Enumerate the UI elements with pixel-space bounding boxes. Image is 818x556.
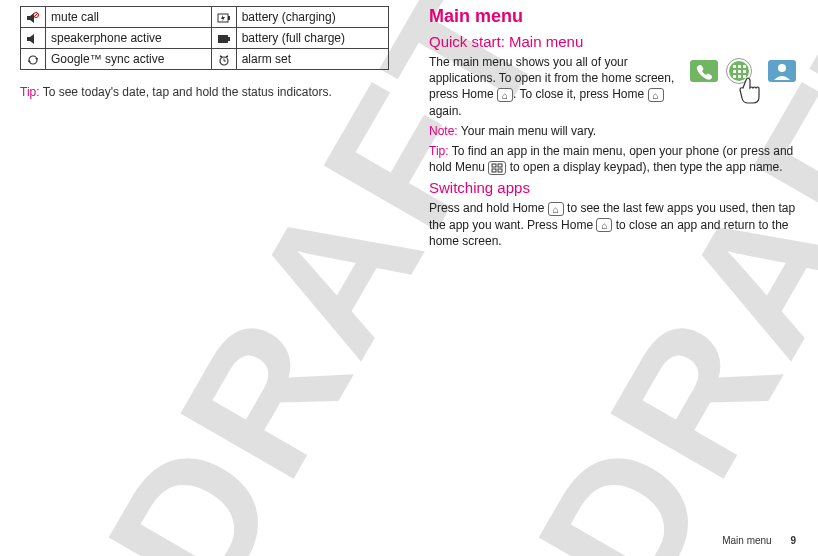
home-key-icon: ⌂ [648, 88, 664, 102]
quickstart-p1: The main menu shows you all of your appl… [429, 54, 684, 119]
sync-icon [26, 54, 40, 66]
hand-pointer-icon [736, 74, 770, 108]
cell-label: battery (full charge) [236, 28, 388, 49]
contacts-icon [768, 60, 796, 82]
cell-label: Google™ sync active [46, 49, 212, 70]
svg-rect-27 [498, 169, 502, 172]
table-row: speakerphone active battery (full charge… [21, 28, 389, 49]
cell-icon [211, 7, 236, 28]
text: to open a display keypad), then type the… [506, 160, 782, 174]
mute-call-icon [26, 12, 40, 24]
cell-icon [211, 49, 236, 70]
text: Press and hold Home [429, 201, 548, 215]
cell-icon [21, 7, 46, 28]
home-key-icon: ⌂ [548, 202, 564, 216]
page-number: 9 [790, 535, 796, 546]
cell-label: battery (charging) [236, 7, 388, 28]
switching-p: Press and hold Home ⌂ to see the last fe… [429, 200, 798, 249]
svg-marker-4 [221, 15, 225, 22]
left-column: mute call battery (charging) speakerphon… [0, 0, 409, 556]
menu-key-icon [488, 161, 506, 175]
section-heading-switching: Switching apps [429, 179, 798, 196]
right-column: Main menu Quick start: Main menu The mai… [409, 0, 818, 556]
status-icons-table: mute call battery (charging) speakerphon… [20, 6, 389, 70]
page-spread: mute call battery (charging) speakerphon… [0, 0, 818, 556]
cell-icon [21, 28, 46, 49]
tip-text: To see today's date, tap and hold the st… [40, 85, 332, 99]
footer-section: Main menu [722, 535, 771, 546]
svg-rect-16 [743, 65, 746, 68]
tip-label: Tip: [429, 144, 449, 158]
tip-paragraph: Tip: To find an app in the main menu, op… [429, 143, 798, 175]
note-label: Note: [429, 124, 458, 138]
phone-icon [690, 60, 718, 82]
text: again. [429, 104, 462, 118]
svg-rect-5 [218, 35, 228, 43]
tip-label: Tip: [20, 85, 40, 99]
page-title: Main menu [429, 6, 798, 27]
table-row: mute call battery (charging) [21, 7, 389, 28]
svg-line-1 [34, 13, 37, 16]
svg-rect-24 [492, 164, 496, 167]
cell-label: mute call [46, 7, 212, 28]
main-menu-illustration [688, 54, 798, 114]
svg-rect-15 [738, 65, 741, 68]
text: . To close it, press Home [513, 87, 648, 101]
battery-charging-icon [217, 12, 231, 24]
section-heading-quickstart: Quick start: Main menu [429, 33, 798, 50]
speakerphone-icon [26, 33, 40, 45]
svg-rect-6 [228, 37, 230, 41]
svg-rect-17 [733, 70, 736, 73]
cell-icon [211, 28, 236, 49]
svg-rect-3 [228, 16, 230, 20]
svg-rect-18 [738, 70, 741, 73]
svg-rect-26 [492, 169, 496, 172]
svg-point-23 [778, 64, 786, 72]
tip-paragraph: Tip: To see today's date, tap and hold t… [20, 84, 389, 100]
note-paragraph: Note: Your main menu will vary. [429, 123, 798, 139]
svg-rect-25 [498, 164, 502, 167]
home-key-icon: ⌂ [497, 88, 513, 102]
table-row: Google™ sync active alarm set [21, 49, 389, 70]
home-key-icon: ⌂ [596, 218, 612, 232]
svg-rect-19 [743, 70, 746, 73]
svg-line-13 [226, 56, 228, 57]
alarm-icon [217, 54, 231, 66]
svg-line-12 [220, 56, 222, 57]
cell-label: speakerphone active [46, 28, 212, 49]
cell-icon [21, 49, 46, 70]
svg-rect-14 [733, 65, 736, 68]
note-text: Your main menu will vary. [458, 124, 597, 138]
page-footer: Main menu 9 [722, 535, 796, 546]
battery-full-icon [217, 33, 231, 45]
cell-label: alarm set [236, 49, 388, 70]
